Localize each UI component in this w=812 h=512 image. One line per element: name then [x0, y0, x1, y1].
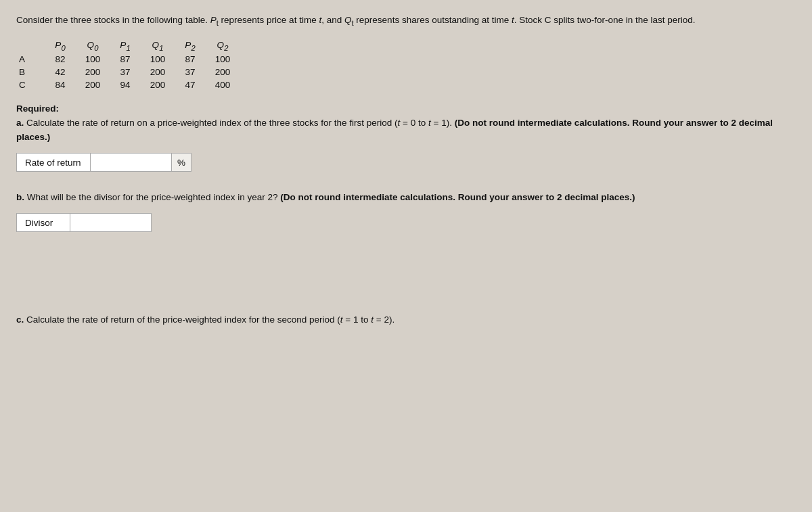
table-row: B 42 200 37 200 37 200 — [16, 66, 244, 78]
question-c-section: c. Calculate the rate of return of the p… — [16, 313, 796, 327]
p1-c: 94 — [114, 78, 146, 91]
stock-label-a: A — [16, 53, 49, 66]
rate-of-return-row: Rate of return % — [16, 153, 796, 172]
question-c-part: c. — [16, 315, 24, 325]
q1-a: 100 — [146, 53, 179, 66]
stock-data-table: P0 Q0 P1 Q1 P2 Q2 A 82 100 87 100 87 100… — [16, 39, 244, 92]
required-heading: Required: — [16, 103, 796, 114]
rate-of-return-label: Rate of return — [16, 153, 91, 172]
q0-c: 200 — [81, 78, 114, 91]
p1-b: 37 — [114, 66, 146, 78]
q0-a: 100 — [81, 53, 114, 66]
q2-b: 200 — [211, 66, 244, 78]
rate-of-return-input[interactable] — [95, 158, 167, 168]
p0-b: 42 — [49, 66, 81, 78]
question-b-text: b. What will be the divisor for the pric… — [16, 191, 796, 205]
q0-b: 200 — [81, 66, 114, 78]
question-a-text: a. Calculate the rate of return on a pri… — [16, 116, 796, 145]
divisor-input[interactable] — [74, 218, 147, 228]
stock-label-c: C — [16, 78, 49, 91]
p0-a: 82 — [49, 53, 81, 66]
question-b-body: What will be the divisor for the price-w… — [27, 192, 635, 202]
q2-a: 100 — [211, 53, 244, 66]
p1-a: 87 — [114, 53, 146, 66]
rate-of-return-input-wrapper[interactable] — [91, 153, 172, 172]
question-a-body: Calculate the rate of return on a price-… — [16, 118, 773, 142]
table-row: C 84 200 94 200 47 400 — [16, 78, 244, 91]
divisor-label: Divisor — [16, 213, 70, 232]
question-c-text: c. Calculate the rate of return of the p… — [16, 313, 796, 327]
question-b-part: b. — [16, 192, 24, 202]
q2-c: 400 — [211, 78, 244, 91]
question-b-section: b. What will be the divisor for the pric… — [16, 191, 796, 232]
q1-b: 200 — [146, 66, 179, 78]
divisor-input-wrapper[interactable] — [70, 213, 152, 232]
intro-paragraph: Consider the three stocks in the followi… — [16, 14, 796, 29]
stock-label-b: B — [16, 66, 49, 78]
p2-a: 87 — [179, 53, 211, 66]
p0-c: 84 — [49, 78, 81, 91]
table-row: A 82 100 87 100 87 100 — [16, 53, 244, 66]
q1-c: 200 — [146, 78, 179, 91]
question-c-body: Calculate the rate of return of the pric… — [26, 315, 394, 325]
question-a-part: a. — [16, 118, 24, 128]
p2-c: 47 — [179, 78, 211, 91]
p2-b: 37 — [179, 66, 211, 78]
percent-sign: % — [172, 153, 191, 172]
divisor-row: Divisor — [16, 213, 796, 232]
